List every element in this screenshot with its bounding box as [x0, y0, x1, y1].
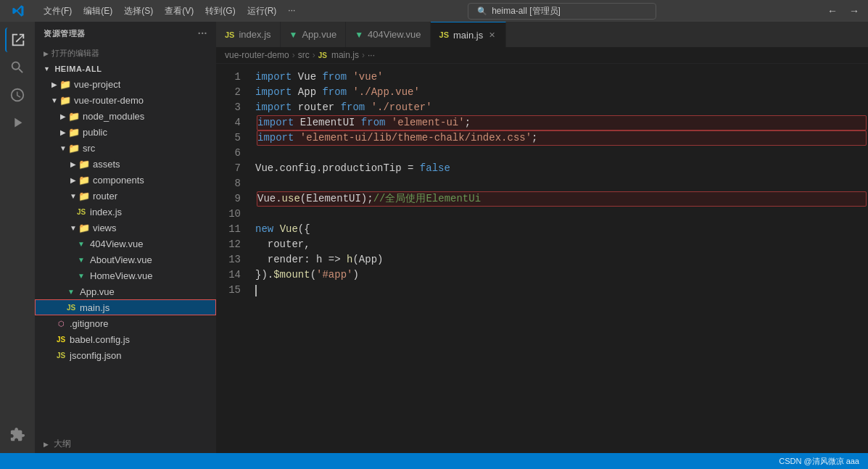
breadcrumb-main-js[interactable]: main.js: [331, 50, 359, 60]
menu-view[interactable]: 查看(V): [160, 4, 198, 19]
menu-file[interactable]: 文件(F): [39, 4, 76, 19]
code-editor[interactable]: 1 2 3 4 5 6 7 8 9 10 11 12 13 14 15 impo…: [216, 64, 868, 453]
code-line-10: [255, 207, 868, 222]
code-line-9: Vue.use(ElementUI);//全局使用ElementUi: [257, 191, 867, 207]
root-folder-section[interactable]: ▼ HEIMA-ALL: [35, 62, 216, 76]
tree-item-views[interactable]: ▼ 📁 views: [35, 220, 216, 236]
code-line-11: new Vue({: [255, 222, 868, 237]
line-num-8: 8: [216, 176, 241, 191]
title-bar-center: 🔍 heima-all [管理员]: [305, 3, 819, 20]
menu-select[interactable]: 选择(S): [120, 4, 157, 19]
vue-project-folder-icon: 📁: [59, 78, 71, 90]
router-folder-icon: 📁: [78, 190, 90, 202]
activity-debug-icon[interactable]: [5, 110, 30, 135]
tree-item-vue-project[interactable]: ▶ 📁 vue-project: [35, 76, 216, 92]
code-line-6: [255, 146, 868, 161]
code-line-8: [255, 176, 868, 191]
line-num-6: 6: [216, 146, 241, 161]
tree-item-vue-router-demo[interactable]: ▼ 📁 vue-router-demo: [35, 92, 216, 108]
breadcrumb-src[interactable]: src: [298, 50, 310, 60]
vue-project-arrow-icon: ▶: [49, 79, 59, 89]
public-label: public: [83, 127, 107, 138]
search-bar[interactable]: 🔍 heima-all [管理员]: [468, 3, 656, 20]
code-line-12: router,: [255, 237, 868, 252]
line-numbers: 1 2 3 4 5 6 7 8 9 10 11 12 13 14 15: [216, 70, 252, 447]
title-bar: 文件(F) 编辑(E) 选择(S) 查看(V) 转到(G) 运行(R) ··· …: [0, 0, 868, 22]
main-js-label: main.js: [80, 302, 109, 313]
src-label: src: [83, 143, 95, 154]
public-folder-icon: 📁: [68, 126, 80, 138]
sidebar-bottom-outline[interactable]: ▶ 大纲: [35, 435, 216, 453]
vue-router-demo-label: vue-router-demo: [74, 95, 144, 106]
jsconfig-file-icon: JS: [55, 349, 67, 361]
tree-item-babel[interactable]: JS babel.config.js: [35, 331, 216, 347]
breadcrumb-vue-router-demo[interactable]: vue-router-demo: [225, 50, 289, 60]
line-num-3: 3: [216, 100, 241, 115]
views-arrow-icon: ▼: [68, 223, 78, 233]
sidebar: 资源管理器 ··· ▶ 打开的编辑器 ▼ HEIMA-ALL ▶ 📁 vue-p…: [35, 22, 216, 453]
line-num-11: 11: [216, 222, 241, 237]
menu-edit[interactable]: 编辑(E): [79, 4, 117, 19]
tab-404view-vue-icon: ▼: [355, 30, 363, 40]
tab-index-js[interactable]: JS index.js: [216, 22, 281, 47]
tree-item-assets[interactable]: ▶ 📁 assets: [35, 156, 216, 172]
code-content[interactable]: import Vue from 'vue' import App from '.…: [252, 70, 868, 447]
tree-item-main-js[interactable]: JS main.js: [35, 299, 216, 315]
open-editors-section[interactable]: ▶ 打开的编辑器: [35, 45, 216, 62]
gitignore-file-icon: ⬡: [55, 317, 67, 329]
tree-item-node-modules[interactable]: ▶ 📁 node_modules: [35, 108, 216, 124]
tab-main-js-close-button[interactable]: ✕: [487, 30, 497, 41]
breadcrumb-more[interactable]: ···: [368, 50, 375, 60]
title-bar-right: ← →: [824, 5, 862, 17]
nav-back-button[interactable]: ←: [824, 5, 840, 17]
tab-404view-vue[interactable]: ▼ 404View.vue: [346, 22, 430, 47]
tree-item-404view[interactable]: ▼ 404View.vue: [35, 236, 216, 252]
menu-more[interactable]: ···: [284, 4, 299, 19]
line-num-13: 13: [216, 252, 241, 267]
activity-extensions-icon[interactable]: [5, 423, 30, 447]
tree-item-jsconfig[interactable]: JS jsconfig.json: [35, 347, 216, 363]
tab-main-js-label: main.js: [453, 30, 483, 41]
tab-bar: JS index.js ▼ App.vue ▼ 404View.vue JS m…: [216, 22, 868, 47]
router-arrow-icon: ▼: [68, 191, 78, 201]
code-line-2: import App from './App.vue': [255, 85, 868, 100]
tree-item-components[interactable]: ▶ 📁 components: [35, 172, 216, 188]
tree-item-aboutview[interactable]: ▼ AboutView.vue: [35, 252, 216, 267]
tree-item-router-index[interactable]: JS index.js: [35, 204, 216, 220]
vscode-logo-icon: [6, 0, 30, 23]
open-editors-arrow-icon: ▶: [44, 50, 49, 57]
activity-search-icon[interactable]: [5, 55, 30, 80]
breadcrumb-sep-2: ›: [313, 50, 315, 60]
tree-item-src[interactable]: ▼ 📁 src: [35, 140, 216, 156]
sidebar-options-button[interactable]: ···: [198, 28, 207, 39]
tree-item-router[interactable]: ▼ 📁 router: [35, 188, 216, 204]
aboutview-label: AboutView.vue: [90, 254, 152, 265]
menu-goto[interactable]: 转到(G): [201, 4, 239, 19]
line-num-9: 9: [216, 191, 241, 207]
code-line-14: }).$mount('#app'): [255, 267, 868, 283]
root-folder-arrow-icon: ▼: [44, 65, 50, 72]
tab-404view-vue-label: 404View.vue: [368, 29, 421, 40]
aboutview-file-icon: ▼: [75, 254, 87, 265]
root-folder-label: HEIMA-ALL: [54, 65, 102, 73]
tree-item-app-vue[interactable]: ▼ App.vue: [35, 283, 216, 299]
tree-item-homeview[interactable]: ▼ HomeView.vue: [35, 267, 216, 283]
outline-arrow-icon: ▶: [44, 441, 49, 448]
activity-git-icon[interactable]: [5, 83, 30, 107]
activity-explorer-icon[interactable]: [5, 28, 30, 52]
line-num-10: 10: [216, 207, 241, 222]
tab-app-vue[interactable]: ▼ App.vue: [281, 22, 347, 47]
app-vue-label: App.vue: [80, 286, 115, 297]
code-line-4: import ElementUI from 'element-ui';: [257, 115, 867, 130]
node-modules-arrow-icon: ▶: [58, 111, 68, 121]
nav-forward-button[interactable]: →: [846, 5, 862, 17]
vue-router-demo-folder-icon: 📁: [59, 94, 71, 106]
tab-main-js[interactable]: JS main.js ✕: [431, 22, 507, 47]
menu-run[interactable]: 运行(R): [243, 4, 281, 19]
code-line-5: import 'element-ui/lib/theme-chalk/index…: [257, 130, 867, 146]
tree-item-public[interactable]: ▶ 📁 public: [35, 124, 216, 140]
views-folder-icon: 📁: [78, 222, 90, 233]
tree-item-gitignore[interactable]: ⬡ .gitignore: [35, 315, 216, 331]
homeview-label: HomeView.vue: [90, 270, 152, 281]
vue-project-label: vue-project: [74, 79, 120, 90]
